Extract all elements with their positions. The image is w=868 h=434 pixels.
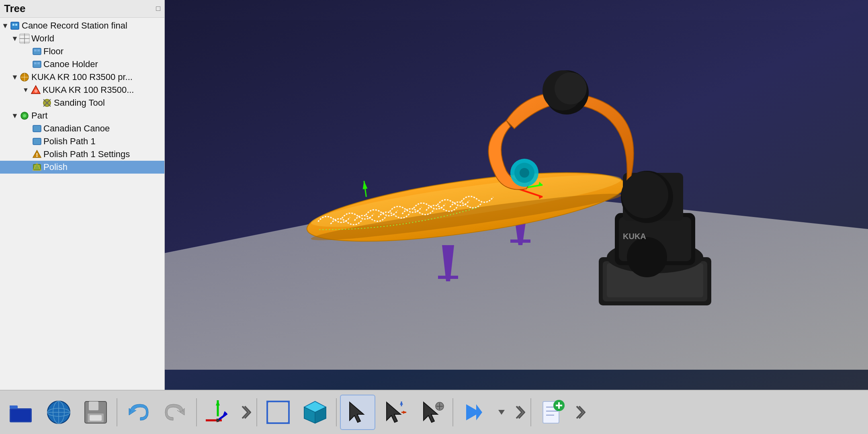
svg-marker-104 [476,404,482,420]
icon-floor [32,47,42,56]
main-area: Tree □ ▼ Canoe Record Station final ▼ Wo… [0,0,868,390]
svg-rect-80 [90,415,102,421]
svg-rect-25 [33,125,41,132]
icon-sanding-tool [42,98,52,108]
icon-world [19,33,30,44]
svg-rect-2 [15,24,17,26]
icon-canoe-holder [32,59,42,69]
svg-marker-93 [350,402,364,422]
tree-item-canoe-record[interactable]: ▼ Canoe Record Station final [0,19,164,32]
svg-text:KUKA: KUKA [623,232,646,241]
svg-rect-1 [12,24,14,26]
svg-rect-12 [34,62,37,64]
tree-item-polish[interactable]: Polish [0,161,164,174]
svg-marker-82 [216,400,220,405]
cursor-move-icon [381,398,409,426]
viewport[interactable]: KUKA KUKA [165,0,868,390]
label-kuka-r3500: KUKA KR 100 R3500... [43,85,134,95]
label-world: World [31,33,54,44]
svg-rect-71 [11,409,31,421]
cursor-icon [344,398,372,426]
arrow-kuka-r3500: ▼ [23,86,31,94]
label-polish-path-1: Polish Path 1 [43,136,96,147]
icon-polish-path-settings [32,149,42,159]
svg-rect-13 [37,62,40,64]
separator-1 [117,398,117,426]
label-canadian-canoe: Canadian Canoe [43,123,110,134]
tree-body: ▼ Canoe Record Station final ▼ World [0,18,164,390]
chevron-right-icon-1 [239,402,251,422]
label-part: Part [31,111,47,121]
tree-item-polish-path-1[interactable]: Polish Path 1 [0,135,164,148]
undo-button[interactable] [121,395,156,430]
svg-line-85 [218,414,227,420]
svg-marker-96 [400,401,403,405]
more-button-1[interactable] [237,395,253,430]
tree-header: Tree □ [0,0,164,18]
svg-text:⚙: ⚙ [34,89,38,93]
svg-rect-29 [37,153,37,156]
chevron-right-icon-3 [573,402,585,422]
tree-item-kuka-pr[interactable]: ▼ KUKA KR 100 R3500 pr... [0,71,164,84]
tree-item-canadian-canoe[interactable]: Canadian Canoe [0,122,164,135]
tree-item-part[interactable]: ▼ Part [0,109,164,122]
svg-rect-78 [89,401,98,410]
save-icon [82,398,110,426]
cube-view-icon [301,398,329,426]
redo-button[interactable] [158,395,193,430]
svg-point-24 [23,114,26,117]
label-canoe-holder: Canoe Holder [43,59,98,70]
tree-item-canoe-holder[interactable]: Canoe Holder [0,58,164,71]
tree-item-kuka-r3500[interactable]: ▼ ⚙ KUKA KR 100 R3500... [0,84,164,96]
save-button[interactable] [78,395,113,430]
icon-polish-path-1 [32,137,42,146]
tree-item-floor[interactable]: Floor [0,45,164,58]
select-tool-button[interactable] [414,395,449,430]
play-dropdown[interactable] [493,395,510,430]
add-path-button[interactable] [200,395,235,430]
chevron-right-icon-2 [513,402,525,422]
tree-item-polish-path-settings[interactable]: Polish Path 1 Settings [0,148,164,161]
svg-rect-70 [10,405,18,409]
left-panel: Tree □ ▼ Canoe Record Station final ▼ Wo… [0,0,165,390]
label-kuka-pr: KUKA KR 100 R3500 pr... [31,72,133,82]
arrow-world: ▼ [11,35,19,43]
svg-rect-0 [11,22,19,29]
separator-2 [196,398,197,426]
select-move-button[interactable] [377,395,412,430]
icon-station [10,20,20,31]
separator-3 [256,398,257,426]
tree-item-world[interactable]: ▼ World [0,32,164,45]
label-polish-path-settings: Polish Path 1 Settings [43,149,130,160]
undo-icon [124,398,152,426]
arrow-kuka-pr: ▼ [11,73,19,82]
separator-6 [530,398,531,426]
bottom-toolbar [0,390,868,434]
folder-icon [8,398,36,426]
label-polish: Polish [43,162,68,172]
select-button[interactable] [340,395,375,430]
icon-polish [32,162,42,172]
tree-item-sanding-tool[interactable]: Sanding Tool [0,96,164,109]
open-button[interactable] [4,395,39,430]
svg-point-59 [520,168,529,178]
cursor-tool-icon [418,398,446,426]
svg-rect-9 [34,49,37,51]
more-button-2[interactable] [511,395,527,430]
separator-5 [452,398,453,426]
fit-view-button[interactable] [260,395,296,430]
more-button-3[interactable] [571,395,588,430]
svg-point-87 [216,419,219,422]
viewport-scene: KUKA KUKA [165,0,868,390]
fit-view-icon [264,398,292,426]
add-document-button[interactable] [534,395,570,430]
svg-point-63 [555,72,587,104]
icon-kuka-r3500: ⚙ [31,85,41,95]
icon-part [19,111,30,121]
tree-title: Tree [4,2,26,15]
world-button[interactable] [41,395,76,430]
tree-close-button[interactable]: □ [156,4,160,13]
svg-point-66 [627,237,667,277]
cube-view-button[interactable] [297,395,333,430]
play-button[interactable] [457,395,492,430]
